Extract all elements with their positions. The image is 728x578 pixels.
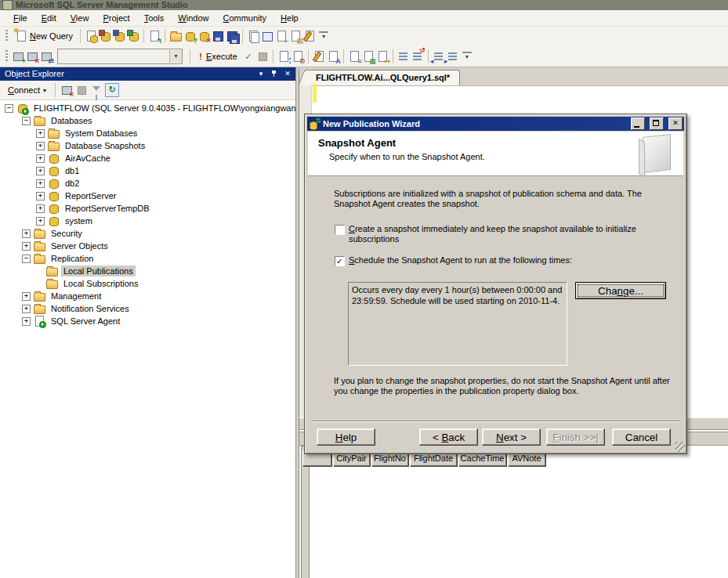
tree-item-server-objects[interactable]: Server Objects — [22, 240, 110, 252]
editor-tab[interactable]: FLIGHTFLOW.Ai...QLQuery1.sql* — [304, 70, 460, 85]
summary-icon[interactable] — [261, 30, 273, 42]
combo-dropdown-icon[interactable]: ▾ — [169, 50, 182, 63]
back-button[interactable]: < Back — [419, 428, 478, 446]
tree-item-server[interactable]: FLIGHTFLOW (SQL Server 9.0.4035 - FLIGHT… — [5, 102, 295, 114]
toolbar-overflow-icon[interactable]: ▾ — [462, 52, 472, 61]
tree-item-airavcache[interactable]: AirAvCache — [36, 152, 113, 164]
minimize-icon[interactable] — [631, 117, 645, 130]
toolbar-overflow-icon[interactable]: ▾ — [319, 31, 328, 41]
tree-item-reportserver[interactable]: ReportServer — [36, 190, 118, 202]
change-connection-icon[interactable]: ⇄ — [40, 50, 53, 63]
results-to-file-icon[interactable]: ↦ — [376, 50, 389, 63]
tree-item-notification-services[interactable]: Notification Services — [22, 302, 132, 315]
change-button[interactable]: Change... — [575, 282, 666, 299]
pin-icon[interactable] — [269, 69, 280, 79]
comment-selection-icon[interactable] — [397, 50, 410, 63]
tree-item-local-subscriptions[interactable]: Local Subscriptions — [36, 277, 140, 290]
expand-icon[interactable] — [36, 217, 45, 226]
create-snapshot-label[interactable]: Create a snapshot immediately and keep t… — [349, 224, 662, 244]
window-position-icon[interactable]: ▾ — [255, 69, 266, 79]
open-file-icon[interactable]: ↰ — [148, 30, 161, 42]
tree-item-db1[interactable]: db1 — [36, 164, 81, 177]
decrease-indent-icon[interactable]: ◂ — [433, 50, 445, 63]
results-to-grid-icon[interactable]: ▦ — [362, 50, 375, 63]
expand-icon[interactable] — [36, 204, 45, 213]
template-explorer-icon[interactable]: ▤ — [289, 30, 302, 42]
maximize-icon[interactable] — [650, 117, 664, 130]
menu-view[interactable]: View — [63, 10, 96, 26]
save-all-icon[interactable] — [226, 30, 238, 42]
expand-icon[interactable] — [36, 167, 45, 175]
analyze-query-in-tuning-advisor-icon[interactable]: ⚙ — [292, 50, 304, 63]
disconnect-object-explorer-icon[interactable]: ✕ — [197, 30, 210, 42]
next-button[interactable]: Next > — [482, 428, 541, 446]
tree-item-database-snapshots[interactable]: Database Snapshots — [36, 139, 147, 152]
collapse-icon[interactable] — [22, 117, 31, 125]
expand-icon[interactable] — [36, 142, 45, 150]
expand-icon[interactable] — [36, 154, 45, 163]
tree-item-db2[interactable]: db2 — [36, 177, 81, 190]
expand-icon[interactable] — [36, 179, 45, 188]
create-snapshot-checkbox[interactable] — [335, 225, 345, 235]
tree-item-management[interactable]: Management — [22, 290, 103, 302]
new-query-button[interactable]: ✱ New Query — [12, 28, 76, 44]
expand-icon[interactable] — [22, 305, 31, 313]
tree-item-system[interactable]: system — [36, 215, 95, 227]
close-icon[interactable]: ✕ — [282, 69, 293, 79]
menu-project[interactable]: Project — [96, 10, 136, 26]
help-button[interactable]: Help — [317, 428, 375, 446]
display-estimated-execution-plan-icon[interactable]: ⁚ — [277, 50, 290, 63]
expand-icon[interactable] — [22, 242, 31, 251]
tree-item-security[interactable]: Security — [22, 227, 85, 240]
tree-item-sql-server-agent[interactable]: SQL Server Agent — [22, 315, 122, 327]
menu-file[interactable]: File — [6, 10, 34, 26]
tree-item-system-databases[interactable]: System Databases — [36, 127, 139, 139]
open-folder-icon[interactable] — [169, 30, 182, 42]
specify-template-parameters-icon[interactable]: A — [327, 50, 339, 63]
menu-community[interactable]: Community — [216, 10, 273, 26]
parse-query-icon[interactable]: ✓ — [242, 50, 255, 63]
execute-button[interactable]: ! Execute — [194, 49, 241, 64]
menu-tools[interactable]: Tools — [137, 10, 172, 26]
analysis-services-dmx-query-icon[interactable] — [113, 30, 125, 42]
uncomment-selection-icon[interactable]: ↺ — [411, 50, 424, 63]
cancel-button[interactable]: Cancel — [612, 428, 671, 446]
connect-icon[interactable]: + — [12, 50, 24, 63]
properties-window-icon[interactable] — [303, 30, 316, 42]
collapse-icon[interactable] — [5, 104, 13, 113]
menu-window[interactable]: Window — [171, 10, 216, 26]
connect-button[interactable]: Connect ▾ — [4, 84, 50, 96]
refresh-icon[interactable]: ↻ — [105, 83, 119, 97]
analysis-services-mdx-query-icon[interactable] — [99, 30, 111, 42]
resize-grip[interactable] — [675, 442, 685, 452]
filter-icon[interactable] — [90, 84, 103, 96]
expand-icon[interactable] — [22, 229, 31, 238]
tree-item-databases[interactable]: Databases — [22, 114, 95, 127]
analysis-services-xmla-query-icon[interactable] — [127, 30, 139, 42]
database-engine-query-icon[interactable] — [85, 30, 97, 42]
design-query-in-editor-icon[interactable] — [313, 50, 325, 63]
disconnect-icon[interactable]: ✕ — [26, 50, 38, 63]
available-databases-combo[interactable]: ▾ — [57, 49, 183, 64]
disconnect-server-icon[interactable]: ✕ — [60, 84, 73, 96]
results-to-text-icon[interactable]: ≡ — [348, 50, 360, 63]
expand-icon[interactable] — [36, 129, 45, 138]
save-icon[interactable] — [212, 30, 224, 42]
menu-edit[interactable]: Edit — [34, 10, 63, 26]
object-explorer-icon[interactable]: ⌐ — [275, 30, 288, 42]
menu-help[interactable]: Help — [273, 10, 306, 26]
toolbar-grip[interactable] — [5, 50, 8, 63]
expand-icon[interactable] — [36, 192, 45, 200]
registered-servers-icon[interactable] — [247, 30, 259, 42]
expand-icon[interactable] — [22, 317, 31, 326]
tree-item-local-publications[interactable]: Local Publications — [36, 265, 136, 277]
collapse-icon[interactable] — [22, 255, 31, 263]
expand-icon[interactable] — [22, 292, 31, 301]
tree-item-replication[interactable]: Replication — [22, 252, 96, 265]
toolbar-grip[interactable] — [5, 30, 8, 42]
schedule-agent-checkbox[interactable]: ✓ — [335, 256, 345, 266]
increase-indent-icon[interactable]: ▸ — [447, 50, 459, 63]
tree-item-reportservertempdb[interactable]: ReportServerTempDB — [36, 202, 152, 215]
connect-object-explorer-icon[interactable]: ? — [183, 30, 196, 42]
schedule-agent-label[interactable]: Schedule the Snapshot Agent to run at th… — [349, 255, 662, 266]
